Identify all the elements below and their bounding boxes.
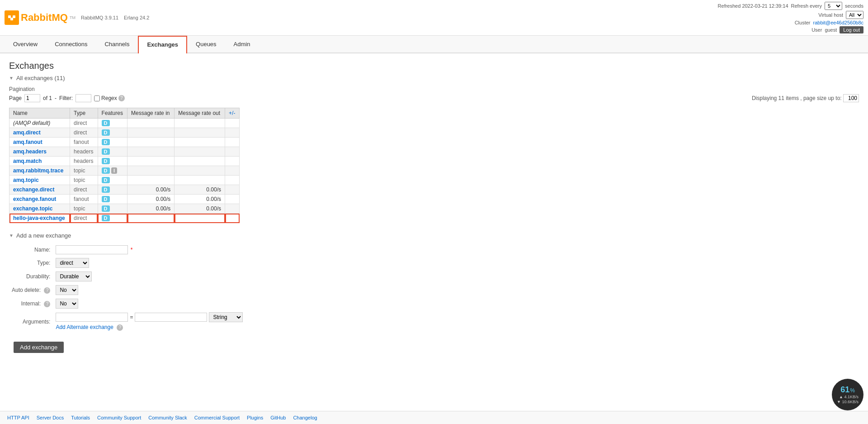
exchange-features: D [98, 128, 127, 138]
page-input[interactable] [24, 94, 40, 102]
regex-checkbox[interactable] [94, 95, 100, 101]
arg-key-input[interactable] [56, 313, 128, 322]
exchange-name-link[interactable]: hello-java-exchange [13, 215, 65, 221]
erlang-version: Erlang 24.2 [124, 15, 149, 20]
nav-item-overview[interactable]: Overview [5, 36, 46, 52]
exchange-plusminus [225, 166, 240, 176]
nav-item-channels[interactable]: Channels [96, 36, 138, 52]
add-exchange-button[interactable]: Add exchange [14, 342, 64, 353]
internal-select[interactable]: No Yes [56, 299, 78, 309]
regex-label: Regex ? [94, 95, 125, 101]
internal-badge: I [111, 167, 117, 174]
exchange-name-link[interactable]: amq.headers [13, 148, 47, 155]
exchange-features: D [98, 138, 127, 147]
durable-badge: D [102, 167, 110, 174]
add-arg-row: Add Alternate exchange ? [56, 324, 243, 331]
table-row: amq.rabbitmq.tracetopicD I [9, 166, 240, 176]
form-row-arguments: Arguments: = String Number Boolean Add [9, 310, 245, 333]
page-title: Exchanges [9, 61, 859, 71]
nav-item-admin[interactable]: Admin [225, 36, 259, 52]
exchange-type: fanout [70, 138, 98, 147]
nav-item-queues[interactable]: Queues [187, 36, 225, 52]
form-row-internal: Internal: ? No Yes [9, 297, 245, 310]
rabbitmq-version: RabbitMQ 3.9.11 [81, 15, 118, 20]
table-row: amq.directdirectD [9, 128, 240, 138]
regex-text: Regex [101, 95, 117, 101]
logout-button[interactable]: Log out [840, 26, 863, 33]
exchange-plusminus [225, 185, 240, 195]
table-row: exchange.directdirectD 0.00/s0.00/s [9, 185, 240, 195]
exchange-plusminus [225, 138, 240, 147]
topbar: RabbitMQ TM RabbitMQ 3.9.11 Erlang 24.2 … [0, 0, 868, 36]
cluster-row: Cluster rabbit@ee46d2560b8c [795, 20, 863, 25]
refresh-select[interactable]: 5 10 30 60 [825, 2, 842, 10]
exchange-type: topic [70, 176, 98, 185]
exchange-type: topic [70, 166, 98, 176]
regex-help-icon[interactable]: ? [118, 95, 125, 101]
exchange-name-link[interactable]: exchange.direct [13, 186, 54, 193]
add-exchange-form: Name: * Type: direct fanout topic header… [9, 243, 245, 333]
exchange-rate-out [175, 166, 225, 176]
exchange-name-link[interactable]: amq.match [13, 158, 42, 164]
all-exchanges-header[interactable]: ▼ All exchanges (11) [9, 75, 859, 81]
alternate-exchange-link[interactable]: Alternate exchange [66, 324, 113, 330]
filter-input[interactable] [75, 94, 91, 102]
exchange-rate-in [127, 214, 175, 223]
exchange-plusminus [225, 128, 240, 138]
exchange-plusminus [225, 147, 240, 157]
durable-badge: D [102, 139, 110, 145]
exchange-name-link[interactable]: exchange.fanout [13, 196, 56, 202]
table-row: amq.fanoutfanoutD [9, 138, 240, 147]
exchange-rate-in: 0.00/s [127, 204, 175, 214]
exchange-name-link[interactable]: exchange.topic [13, 205, 52, 212]
exchange-features: D [98, 195, 127, 204]
col-header-plusminus: +/- [225, 108, 240, 119]
form-row-name: Name: * [9, 243, 245, 256]
displaying-info: Displaying 11 items , page size up to: [752, 94, 859, 102]
durability-select[interactable]: Durable Transient [56, 272, 92, 281]
arg-equals: = [130, 314, 133, 320]
vhost-select[interactable]: All [846, 11, 863, 19]
exchange-name-link[interactable]: amq.rabbitmq.trace [13, 167, 63, 174]
nav-item-connections[interactable]: Connections [46, 36, 96, 52]
exchange-type: topic [70, 204, 98, 214]
internal-help-icon[interactable]: ? [44, 301, 50, 307]
nav-item-exchanges[interactable]: Exchanges [138, 36, 187, 53]
refresh-row: Refreshed 2022-03-21 12:39:14 Refresh ev… [718, 2, 863, 10]
table-row: amq.headersheadersD [9, 147, 240, 157]
nav-bar: Overview Connections Channels Exchanges … [0, 36, 868, 53]
exchange-name-input[interactable] [56, 245, 128, 254]
arg-type-select[interactable]: String Number Boolean [209, 312, 243, 322]
exchange-type: direct [70, 214, 98, 223]
table-row: amq.topictopicD [9, 176, 240, 185]
page-size-input[interactable] [843, 94, 859, 102]
exchange-name-link[interactable]: amq.fanout [13, 139, 42, 145]
add-arg-link[interactable]: Add [56, 324, 65, 330]
topbar-right: Refreshed 2022-03-21 12:39:14 Refresh ev… [718, 2, 863, 33]
durable-badge: D [102, 148, 110, 155]
auto-delete-help-icon[interactable]: ? [44, 287, 50, 294]
form-row-auto-delete: Auto delete: ? No Yes [9, 283, 245, 297]
exchange-name-link[interactable]: amq.direct [13, 129, 41, 136]
alternate-help-icon[interactable]: ? [117, 324, 123, 331]
form-row-durability: Durability: Durable Transient [9, 270, 245, 283]
rabbitmq-logo-icon [5, 10, 19, 25]
exchange-rate-in [127, 176, 175, 185]
user-row: User guest Log out [811, 26, 863, 33]
refresh-seconds-label: seconds [845, 3, 863, 9]
refreshed-text: Refreshed 2022-03-21 12:39:14 [718, 3, 788, 9]
arg-value-input[interactable] [135, 313, 207, 322]
svg-rect-3 [10, 18, 13, 20]
user-label: User [811, 27, 822, 33]
add-exchange-header[interactable]: ▼ Add a new exchange [9, 232, 859, 239]
refresh-every-label: Refresh every [791, 3, 822, 9]
pagination-row: Page of 1 - Filter: Regex ? Displaying 1… [9, 94, 859, 102]
auto-delete-select[interactable]: No Yes [56, 285, 78, 295]
exchange-type-select[interactable]: direct fanout topic headers [56, 258, 89, 268]
form-label-type: Type: [9, 256, 53, 270]
durable-badge: D [102, 215, 110, 221]
form-label-arguments: Arguments: [9, 310, 53, 333]
exchange-name-link[interactable]: amq.topic [13, 177, 39, 183]
svg-rect-1 [8, 15, 11, 18]
cluster-link[interactable]: rabbit@ee46d2560b8c [813, 20, 863, 25]
